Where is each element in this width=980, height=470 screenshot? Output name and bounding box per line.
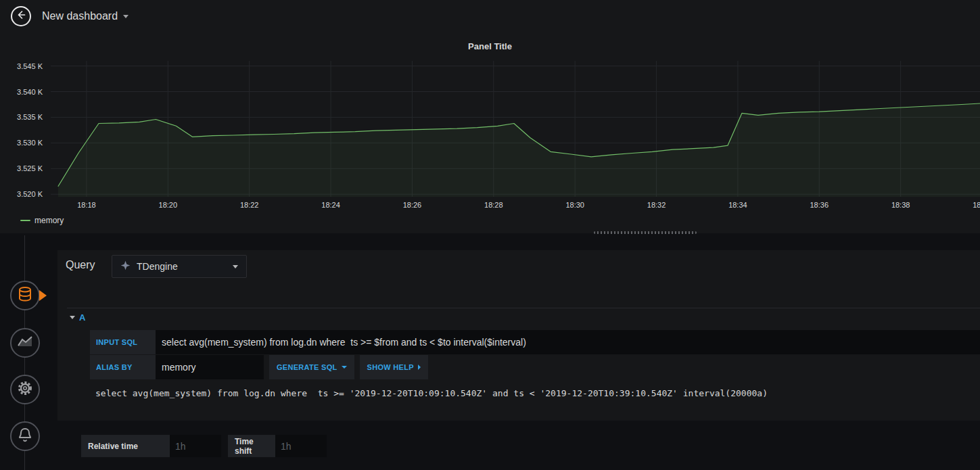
svg-text:18:32: 18:32: [647, 201, 666, 209]
tab-queries[interactable]: [10, 281, 40, 310]
query-ref-row[interactable]: A: [67, 308, 980, 327]
legend-item-memory[interactable]: memory: [20, 216, 64, 225]
relative-time-label: Relative time: [81, 435, 170, 457]
legend-label: memory: [34, 216, 64, 225]
chevron-down-icon: [233, 265, 238, 268]
svg-text:18:22: 18:22: [240, 201, 259, 209]
generate-sql-button[interactable]: GENERATE SQL: [269, 355, 354, 379]
graph-icon: [17, 335, 33, 351]
gear-icon: [17, 380, 33, 399]
input-sql-label: INPUT SQL: [90, 330, 156, 354]
svg-text:18:36: 18:36: [810, 201, 829, 209]
graph-panel: Panel Title 3.520 K3.525 K3.530 K3.535 K…: [0, 32, 980, 233]
panel-title[interactable]: Panel Title: [0, 32, 980, 51]
query-editor-card: Query TDengine A INPUT SQL ALIAS BY: [57, 250, 980, 421]
svg-text:18:40: 18:40: [973, 201, 980, 209]
input-sql-row: INPUT SQL: [90, 330, 980, 354]
svg-text:3.540 K: 3.540 K: [17, 88, 43, 96]
relative-time-input[interactable]: [170, 435, 221, 457]
back-button[interactable]: [11, 6, 31, 26]
back-arrow-icon: [16, 10, 26, 22]
datasource-name: TDengine: [137, 261, 178, 272]
show-help-button[interactable]: SHOW HELP: [360, 355, 428, 379]
query-section-title: Query: [66, 259, 95, 271]
svg-text:3.530 K: 3.530 K: [17, 139, 43, 147]
svg-text:3.520 K: 3.520 K: [17, 190, 43, 198]
chevron-down-icon[interactable]: [123, 15, 129, 18]
input-sql-field[interactable]: [156, 330, 980, 354]
top-bar: New dashboard: [0, 0, 980, 32]
legend-swatch: [20, 220, 30, 221]
alias-by-label: ALIAS BY: [90, 355, 156, 379]
svg-text:18:26: 18:26: [403, 201, 422, 209]
svg-text:3.545 K: 3.545 K: [17, 62, 43, 70]
tdengine-logo-icon: [120, 260, 131, 273]
chevron-right-icon: [418, 365, 421, 370]
scrollbar-handle[interactable]: [594, 231, 697, 234]
bell-icon: [18, 427, 32, 446]
svg-text:18:28: 18:28: [484, 201, 503, 209]
time-shift-label: Time shift: [228, 435, 275, 457]
time-shift-input[interactable]: [275, 435, 327, 457]
dashboard-title[interactable]: New dashboard: [42, 10, 118, 22]
active-tab-arrow-icon: [39, 290, 47, 301]
generated-sql-text: select avg(mem_system) from log.dn where…: [95, 388, 768, 398]
query-ref-id: A: [79, 312, 85, 323]
show-help-label: SHOW HELP: [367, 363, 414, 371]
svg-text:18:24: 18:24: [321, 201, 340, 209]
alias-by-field[interactable]: [156, 355, 264, 379]
database-icon: [18, 286, 32, 305]
svg-text:18:20: 18:20: [159, 201, 178, 209]
svg-text:18:34: 18:34: [728, 201, 747, 209]
time-series-chart[interactable]: 3.520 K3.525 K3.530 K3.535 K3.540 K3.545…: [0, 53, 980, 212]
chevron-down-icon: [342, 366, 347, 369]
svg-text:3.525 K: 3.525 K: [17, 164, 43, 172]
generate-sql-label: GENERATE SQL: [277, 363, 337, 371]
time-options-row: Relative time Time shift: [81, 435, 327, 457]
svg-text:18:30: 18:30: [565, 201, 584, 209]
query-form: INPUT SQL ALIAS BY GENERATE SQL SHOW HEL…: [90, 330, 980, 380]
tab-alert[interactable]: [10, 421, 40, 451]
tab-visualization[interactable]: [10, 328, 40, 358]
datasource-picker[interactable]: TDengine: [112, 255, 247, 278]
collapse-caret-icon: [70, 316, 75, 319]
svg-text:18:18: 18:18: [77, 201, 96, 209]
grafana-page: New dashboard Panel Title 3.520 K3.525 K…: [0, 0, 980, 470]
tab-general[interactable]: [10, 375, 40, 404]
alias-by-row: ALIAS BY GENERATE SQL SHOW HELP: [90, 355, 980, 379]
svg-text:18:38: 18:38: [891, 201, 910, 209]
svg-text:3.535 K: 3.535 K: [17, 113, 43, 121]
